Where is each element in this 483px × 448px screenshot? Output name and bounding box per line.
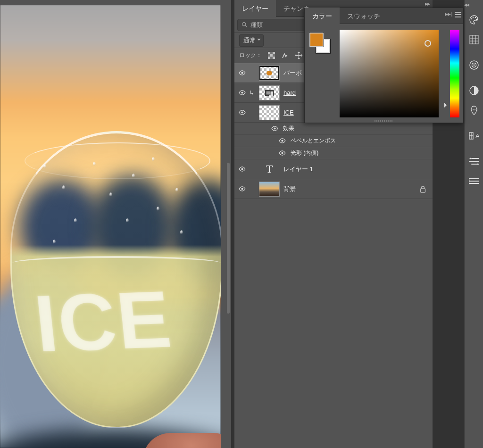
- lock-label: ロック：: [239, 51, 262, 59]
- svg-rect-7: [273, 57, 275, 59]
- svg-point-31: [469, 158, 471, 159]
- layer-row-text1[interactable]: T レイヤー 1: [234, 159, 433, 179]
- document-canvas[interactable]: ICE: [0, 5, 221, 448]
- canvas-scrollbar-vertical[interactable]: [227, 163, 230, 314]
- svg-point-9: [241, 91, 243, 93]
- right-icon-rail: ▶▶ A: [464, 0, 483, 448]
- svg-point-14: [274, 127, 275, 129]
- saturation-value-field[interactable]: [340, 30, 439, 117]
- eye-icon: [239, 90, 246, 95]
- layer-thumbnail[interactable]: [259, 66, 280, 81]
- visibility-toggle[interactable]: [237, 70, 247, 75]
- svg-rect-19: [421, 189, 425, 192]
- svg-rect-24: [470, 35, 478, 44]
- foreground-swatch[interactable]: [309, 33, 324, 47]
- lock-image-icon[interactable]: [281, 51, 289, 59]
- eye-icon: [279, 138, 286, 143]
- ice-text-layer: ICE: [30, 273, 176, 370]
- svg-point-21: [472, 17, 474, 18]
- color-panel-icon[interactable]: [467, 13, 481, 27]
- layer-thumbnail[interactable]: [259, 105, 280, 120]
- color-panel-tabs: カラー スウォッチ ▶▶ |: [305, 8, 463, 24]
- hue-pointer-icon[interactable]: [444, 103, 449, 108]
- svg-point-0: [242, 23, 246, 26]
- layer-row-background[interactable]: 背景: [234, 179, 433, 199]
- eye-icon: [239, 186, 246, 191]
- visibility-toggle[interactable]: [237, 166, 247, 172]
- clip-indicator-icon: ↳: [249, 89, 255, 96]
- svg-line-1: [245, 25, 247, 27]
- eye-icon: [239, 110, 246, 115]
- svg-point-20: [471, 18, 472, 20]
- fx-header[interactable]: 効果: [234, 123, 433, 135]
- adjustments-panel-icon[interactable]: [467, 83, 481, 98]
- svg-rect-5: [270, 54, 273, 57]
- layer-name[interactable]: レイヤー 1: [283, 165, 313, 174]
- panel-menu-icon[interactable]: [455, 12, 461, 17]
- layer-thumbnail[interactable]: [259, 85, 280, 100]
- fx-bevel[interactable]: ベベルとエンボス: [234, 135, 433, 147]
- paragraph-panel-icon[interactable]: [467, 154, 481, 168]
- eye-icon: [279, 150, 286, 156]
- svg-point-13: [241, 111, 243, 113]
- lock-position-icon[interactable]: [295, 51, 303, 59]
- layer-name[interactable]: ICE: [283, 109, 294, 116]
- libraries-panel-icon[interactable]: [467, 58, 481, 72]
- svg-point-22: [475, 17, 476, 18]
- wine-glass: ICE: [10, 131, 221, 448]
- panel-resize-grip[interactable]: [375, 120, 393, 122]
- svg-rect-12: [266, 91, 270, 95]
- eye-icon: [271, 126, 278, 131]
- tab-color[interactable]: カラー: [305, 8, 340, 25]
- tab-swatches[interactable]: スウォッチ: [340, 8, 388, 25]
- eye-icon: [239, 70, 246, 75]
- smart-object-badge-icon: [265, 90, 274, 96]
- swatches-panel-icon[interactable]: [467, 33, 481, 47]
- lock-icon: [420, 186, 426, 193]
- fx-inner-glow[interactable]: 光彩 (内側): [234, 147, 433, 159]
- visibility-toggle[interactable]: [237, 90, 247, 95]
- visibility-toggle[interactable]: [237, 186, 247, 191]
- text-layer-icon: T: [259, 162, 280, 177]
- svg-rect-4: [273, 52, 275, 54]
- svg-rect-3: [268, 52, 270, 54]
- layer-name[interactable]: hard: [283, 89, 296, 96]
- blend-mode-select[interactable]: 通常: [239, 34, 264, 47]
- color-panel: カラー スウォッチ ▶▶ |: [304, 8, 464, 123]
- search-icon: [242, 22, 248, 28]
- sv-cursor[interactable]: [425, 40, 431, 47]
- finger: [142, 433, 221, 448]
- tab-layers[interactable]: レイヤー: [234, 0, 276, 17]
- svg-point-15: [281, 140, 283, 141]
- svg-text:A: A: [475, 133, 479, 140]
- lock-transparent-pixels-icon[interactable]: [267, 51, 275, 59]
- svg-point-18: [241, 188, 243, 190]
- visibility-toggle[interactable]: [237, 110, 247, 115]
- svg-point-32: [477, 163, 478, 165]
- eye-icon: [239, 166, 246, 172]
- brushes-panel-icon[interactable]: [467, 174, 481, 188]
- layer-name[interactable]: 背景: [283, 185, 296, 193]
- styles-panel-icon[interactable]: [467, 103, 481, 117]
- svg-point-27: [473, 65, 475, 66]
- svg-point-17: [241, 168, 243, 170]
- character-panel-icon[interactable]: A: [467, 129, 481, 143]
- svg-point-8: [241, 72, 243, 74]
- svg-rect-6: [268, 57, 270, 59]
- canvas-area[interactable]: ICE: [0, 0, 231, 448]
- collapse-panel-icon[interactable]: ▶▶ |: [445, 12, 452, 17]
- expand-rail-icon[interactable]: ▶▶: [465, 3, 471, 7]
- layer-name[interactable]: バーボ: [283, 69, 302, 77]
- filter-placeholder: 種類: [250, 21, 263, 29]
- fg-bg-swatch[interactable]: [309, 33, 331, 54]
- svg-point-23: [475, 19, 477, 20]
- layer-thumbnail[interactable]: [259, 182, 280, 197]
- svg-point-16: [281, 152, 283, 154]
- hue-slider[interactable]: [450, 30, 459, 117]
